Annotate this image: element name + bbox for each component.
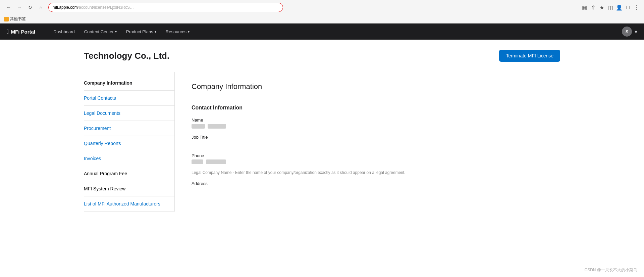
home-button[interactable]: ⌂ — [36, 3, 46, 12]
sidebar-item-company-information[interactable]: Company Information — [84, 76, 174, 91]
content-area: Company Information Contact Information … — [174, 72, 560, 212]
address-label: Address — [192, 181, 543, 186]
phone-redacted-2 — [206, 159, 226, 164]
phone-field-group: Phone — [192, 153, 543, 164]
app-nav:  MFi Portal Dashboard Content Center ▾ … — [0, 24, 644, 40]
job-title-field-group: Job Title — [192, 135, 543, 147]
sidebar-item-invoices[interactable]: Invoices — [84, 151, 174, 166]
avatar[interactable]: S — [622, 27, 632, 37]
avatar-chevron-icon: ▾ — [635, 29, 637, 35]
menu-icon[interactable]: ⋮ — [633, 4, 640, 11]
phone-redacted-1 — [192, 159, 203, 164]
reload-button[interactable]: ↻ — [25, 3, 35, 12]
nav-dashboard[interactable]: Dashboard — [49, 24, 79, 40]
avatar-letter: S — [626, 29, 629, 34]
legal-name-note-group: Legal Company Name - Enter the name of y… — [192, 170, 543, 175]
sidebar-item-procurement[interactable]: Procurement — [84, 121, 174, 136]
nav-right: S ▾ — [622, 27, 637, 37]
nav-buttons: ← → ↻ ⌂ — [4, 3, 46, 12]
legal-name-note: Legal Company Name - Enter the name of y… — [192, 170, 543, 175]
nav-resources[interactable]: Resources ▾ — [161, 24, 194, 40]
name-redacted-2 — [208, 124, 226, 129]
logo-text: MFi Portal — [11, 29, 36, 35]
nav-product-plans[interactable]: Product Plans ▾ — [121, 24, 161, 40]
section-divider — [192, 98, 543, 98]
nav-product-plans-label: Product Plans — [126, 29, 153, 34]
nav-content-center-label: Content Center — [84, 29, 114, 34]
phone-label: Phone — [192, 153, 543, 158]
nav-resources-label: Resources — [166, 29, 186, 34]
job-title-label: Job Title — [192, 135, 543, 140]
bookmark-folder-icon — [4, 17, 9, 21]
page-header: Technology Co., Ltd. Terminate MFI Licen… — [84, 50, 560, 62]
sidebar-item-label: List of MFi Authorized Manufacturers — [84, 201, 160, 206]
nav-dashboard-label: Dashboard — [53, 29, 75, 34]
address-path: /account/licensee/LjxsN3RcS… — [78, 5, 134, 10]
sidebar-item-label: Invoices — [84, 156, 101, 161]
nav-content-center[interactable]: Content Center ▾ — [79, 24, 121, 40]
nav-links: Dashboard Content Center ▾ Product Plans… — [49, 24, 622, 40]
sidebar: Company Information Portal Contacts Lega… — [84, 72, 174, 212]
bookmark-other[interactable]: 其他书签 — [4, 16, 26, 22]
sidebar-icon[interactable]: □ — [625, 4, 631, 11]
sidebar-item-label: Company Information — [84, 80, 132, 86]
job-title-empty — [192, 141, 543, 147]
name-label: Name — [192, 118, 543, 123]
sidebar-item-mfi-system-review[interactable]: MFI System Review — [84, 181, 174, 196]
sidebar-item-mfi-authorized-manufacturers[interactable]: List of MFi Authorized Manufacturers — [84, 196, 174, 212]
main-layout: Company Information Portal Contacts Lega… — [84, 72, 560, 212]
name-value — [192, 124, 543, 129]
sidebar-item-label: Procurement — [84, 126, 111, 131]
browser-chrome: ← → ↻ ⌂ mfi.apple.com/account/licensee/L… — [0, 0, 644, 24]
app-logo[interactable]:  MFi Portal — [7, 28, 35, 35]
sidebar-item-label: Portal Contacts — [84, 95, 116, 101]
phone-value — [192, 159, 543, 164]
sidebar-item-quarterly-reports[interactable]: Quarterly Reports — [84, 136, 174, 151]
page-container: Technology Co., Ltd. Terminate MFI Licen… — [70, 40, 574, 222]
bookmark-label: 其他书签 — [10, 16, 26, 22]
back-button[interactable]: ← — [4, 3, 13, 12]
sidebar-item-annual-program-fee[interactable]: Annual Program Fee — [84, 166, 174, 181]
address-empty — [192, 187, 543, 193]
bookmarks-bar: 其他书签 — [0, 15, 644, 23]
profile-icon[interactable]: 👤 — [616, 4, 623, 11]
sidebar-item-label: Annual Program Fee — [84, 171, 127, 176]
subsection-title: Contact Information — [192, 105, 543, 111]
address-host: mfi.apple.com — [53, 5, 78, 10]
sidebar-item-portal-contacts[interactable]: Portal Contacts — [84, 91, 174, 106]
name-field-group: Name — [192, 118, 543, 129]
chevron-down-icon: ▾ — [155, 30, 156, 34]
browser-actions: ▦ ⇧ ★ ◫ 👤 □ ⋮ — [581, 4, 640, 11]
sidebar-item-label: MFI System Review — [84, 186, 125, 191]
sidebar-item-label: Legal Documents — [84, 110, 120, 116]
browser-toolbar: ← → ↻ ⌂ mfi.apple.com/account/licensee/L… — [0, 0, 644, 15]
screenshot-icon[interactable]: ▦ — [581, 4, 588, 11]
chevron-down-icon: ▾ — [188, 30, 190, 34]
section-title: Company Information — [192, 82, 543, 91]
sidebar-item-label: Quarterly Reports — [84, 141, 121, 146]
address-bar[interactable]: mfi.apple.com/account/licensee/LjxsN3RcS… — [48, 3, 283, 12]
extensions-icon[interactable]: ◫ — [607, 4, 614, 11]
address-field-group: Address — [192, 181, 543, 193]
apple-icon:  — [7, 28, 9, 35]
forward-button[interactable]: → — [15, 3, 24, 12]
star-icon[interactable]: ★ — [598, 4, 605, 11]
chevron-down-icon: ▾ — [115, 30, 117, 34]
name-redacted-1 — [192, 124, 205, 129]
share-icon[interactable]: ⇧ — [590, 4, 596, 11]
page-title: Technology Co., Ltd. — [84, 51, 169, 61]
sidebar-item-legal-documents[interactable]: Legal Documents — [84, 106, 174, 121]
terminate-license-button[interactable]: Terminate MFI License — [499, 50, 560, 62]
